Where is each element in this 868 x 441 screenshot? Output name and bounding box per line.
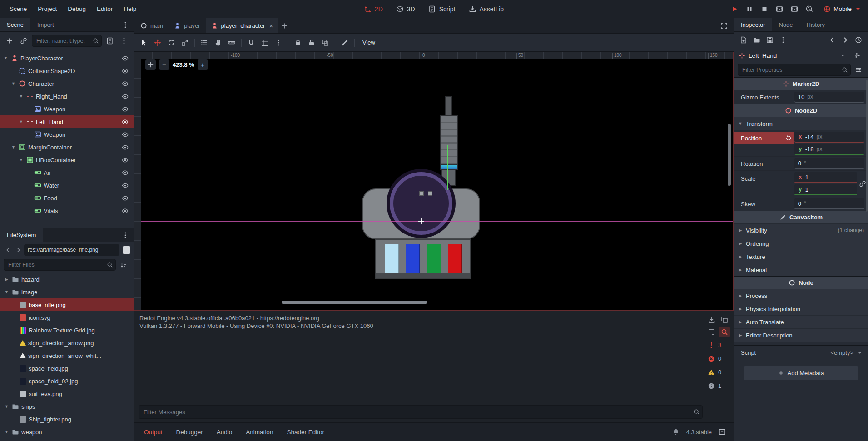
collapse-arrow-icon[interactable]: ▼ (18, 158, 24, 162)
group-texture[interactable]: ▶ Texture (734, 250, 868, 263)
visibility-eye-icon[interactable] (120, 168, 130, 178)
scale-tool[interactable] (179, 36, 191, 49)
search-log-button[interactable] (719, 327, 730, 337)
collapse-duplicates-button[interactable] (706, 327, 717, 337)
scene-node-margincontainer[interactable]: ▼ MarginContainer (0, 141, 134, 154)
position-y-field[interactable]: y-18 px (794, 144, 864, 155)
notification-bell-icon[interactable] (670, 426, 682, 438)
stop-button[interactable] (759, 4, 770, 15)
file-ships[interactable]: ▼ ships (0, 400, 134, 413)
menu-project[interactable]: Project (33, 3, 62, 15)
file-space-field-02-jpg[interactable]: space_field_02.jpg (0, 375, 134, 387)
attach-script-button[interactable] (104, 35, 116, 47)
property-filter-input[interactable] (738, 64, 851, 76)
file-space-field-jpg[interactable]: space_field.jpg (0, 362, 134, 375)
horizontal-scrollbar[interactable] (282, 301, 427, 304)
visibility-eye-icon[interactable] (120, 66, 130, 76)
gizmo-extents-value-field[interactable]: 10px (794, 92, 864, 103)
snap-options-menu[interactable] (272, 36, 285, 49)
group-auto-translate[interactable]: ▶ Auto Translate (734, 315, 868, 328)
property-tools-button[interactable] (853, 64, 864, 76)
gizmo-x-axis[interactable] (427, 188, 468, 188)
smart-snap-toggle[interactable] (245, 36, 258, 49)
visibility-eye-icon[interactable] (120, 91, 130, 101)
new-scene-tab-button[interactable] (278, 20, 290, 32)
bottom-tab-audio[interactable]: Audio (210, 426, 239, 439)
visibility-eye-icon[interactable] (120, 142, 130, 152)
view-menu-button[interactable]: View (358, 37, 380, 48)
scene-node-air[interactable]: Air (0, 166, 134, 179)
file-sort-button[interactable] (118, 259, 130, 271)
group-selection-button[interactable] (319, 36, 332, 49)
group-visibility[interactable]: ▶ Visibility (1 change) (734, 223, 868, 237)
dock-tab-node[interactable]: Node (772, 18, 799, 31)
split-mode-toggle[interactable] (123, 246, 130, 254)
add-metadata-button[interactable]: Add Metadata (744, 366, 859, 380)
load-resource-button[interactable] (751, 34, 763, 46)
filter-messages-toggle[interactable]: 1 (706, 380, 730, 392)
filter-errors-and-warnings-toggle[interactable]: 3 (706, 339, 730, 351)
pause-button[interactable] (744, 4, 755, 15)
ruler-tool[interactable] (225, 36, 238, 49)
bottom-tab-output[interactable]: Output (138, 426, 169, 439)
fs-back-button[interactable] (3, 245, 12, 255)
resource-options-button[interactable] (777, 34, 789, 46)
filesystem-options-button[interactable] (119, 229, 131, 241)
instance-scene-button[interactable] (18, 35, 30, 47)
play-scene-button[interactable] (774, 4, 785, 15)
scene-node-collisionshape2d[interactable]: CollisionShape2D (0, 64, 134, 77)
scene-node-left-hand[interactable]: ▼ Left_Hand (0, 115, 134, 128)
workspace-script[interactable]: Script (424, 4, 460, 15)
save-resource-button[interactable] (764, 34, 776, 46)
vertical-scrollbar[interactable] (728, 124, 731, 186)
pan-mode-button[interactable] (145, 59, 156, 70)
collapse-arrow-icon[interactable]: ▶ (4, 277, 10, 282)
group-ordering[interactable]: ▶ Ordering (734, 237, 868, 250)
file-weapon[interactable]: ▼ weapon (0, 426, 134, 438)
bottom-tab-animation[interactable]: Animation (239, 426, 279, 439)
file-suit-eva-png[interactable]: suit_eva.png (0, 387, 134, 400)
lock-selection-button[interactable] (292, 36, 304, 49)
workspace-assetlib[interactable]: AssetLib (464, 4, 508, 15)
rotate-tool[interactable] (165, 36, 178, 49)
visibility-eye-icon[interactable] (120, 206, 130, 216)
visibility-eye-icon[interactable] (120, 117, 130, 127)
play-custom-scene-button[interactable] (789, 4, 800, 15)
group-editor-description[interactable]: ▶ Editor Description (734, 328, 868, 342)
add-node-button[interactable] (4, 35, 15, 47)
visibility-eye-icon[interactable] (120, 129, 130, 139)
menu-debug[interactable]: Debug (63, 3, 91, 15)
gizmo-y-axis[interactable] (447, 145, 448, 190)
bottom-tab-debugger[interactable]: Debugger (170, 426, 209, 439)
group-physics-interpolation[interactable]: ▶ Physics Interpolation (734, 302, 868, 315)
current-path[interactable]: res://art/image/base_rifle.png (24, 244, 119, 256)
zoom-level[interactable]: 423.8 % (173, 61, 194, 68)
revert-property-icon[interactable] (785, 135, 792, 141)
scene-node-weapon[interactable]: Weapon (0, 128, 134, 141)
visibility-eye-icon[interactable] (120, 53, 130, 63)
visibility-eye-icon[interactable] (120, 79, 130, 89)
dock-tab-filesystem[interactable]: FileSystem (0, 228, 43, 242)
unlock-selection-button[interactable] (305, 36, 318, 49)
scene-tab-player-character[interactable]: player_character × (206, 18, 279, 33)
group-transform[interactable]: ▼ Transform (734, 117, 868, 130)
dock-tab-scene[interactable]: Scene (0, 18, 30, 31)
visibility-eye-icon[interactable] (120, 193, 130, 203)
pan-tool[interactable] (212, 36, 224, 49)
scene-tab-player[interactable]: player (169, 18, 205, 33)
menu-help[interactable]: Help (119, 3, 141, 15)
inspector-scrollbar[interactable] (866, 80, 868, 212)
scale-y-field[interactable]: y1 (794, 184, 857, 195)
scene-node-right-hand[interactable]: ▼ Right_Hand (0, 90, 134, 103)
select-tool[interactable] (138, 36, 150, 49)
new-resource-button[interactable] (738, 34, 749, 46)
scene-node-vitals[interactable]: Vitals (0, 204, 134, 217)
collapse-arrow-icon[interactable]: ▼ (4, 404, 10, 409)
scene-dock-menu-button[interactable] (118, 35, 130, 47)
file-base-rifle-png[interactable]: base_rifle.png (0, 298, 134, 311)
workspace-3d[interactable]: 3D (392, 4, 420, 15)
play-button[interactable] (729, 4, 740, 15)
collapse-arrow-icon[interactable]: ▼ (10, 81, 16, 86)
skeleton-options-menu[interactable] (338, 36, 351, 49)
distraction-free-button[interactable] (718, 20, 730, 32)
